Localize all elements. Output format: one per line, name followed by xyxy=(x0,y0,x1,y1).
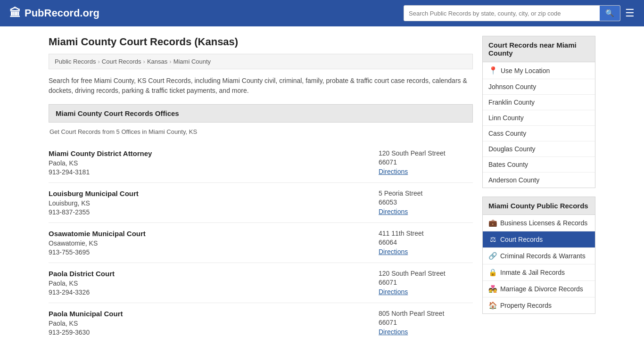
office-phone-3: 913-294-3326 xyxy=(49,288,115,296)
main-container: Miami County Court Records (Kansas) Publ… xyxy=(39,26,605,352)
office-entry: Miami County District Attorney Paola, KS… xyxy=(49,143,473,183)
offices-section-header: Miami County Court Records Offices xyxy=(49,104,473,123)
nearby-county-0[interactable]: Johnson County xyxy=(483,79,595,95)
site-header: 🏛 PubRecord.org 🔍 ☰ xyxy=(0,0,644,26)
office-address-1: 5 Peoria Street xyxy=(379,189,473,197)
pr-label-0: Business Licenses & Records xyxy=(500,219,587,227)
office-phone-4: 913-259-3630 xyxy=(49,329,123,336)
nearby-county-5[interactable]: Bates County xyxy=(483,157,595,173)
header-right: 🔍 ☰ xyxy=(404,5,635,21)
office-left-4: Paola Municipal Court Paola, KS 913-259-… xyxy=(49,310,123,336)
breadcrumb-sep-2: › xyxy=(143,58,145,65)
pr-label-2: Criminal Records & Warrants xyxy=(500,252,586,260)
nearby-county-3[interactable]: Cass County xyxy=(483,126,595,141)
public-records-item-2[interactable]: 🔗 Criminal Records & Warrants xyxy=(483,248,595,264)
directions-link-3[interactable]: Directions xyxy=(379,288,408,296)
location-icon: 📍 xyxy=(488,66,498,75)
office-entry: Osawatomie Municipal Court Osawatomie, K… xyxy=(49,223,473,263)
breadcrumb-sep-3: › xyxy=(169,58,171,65)
nearby-section: 📍 Use My Location Johnson CountyFranklin… xyxy=(482,62,595,188)
office-zip-4: 66071 xyxy=(379,319,473,326)
public-records-item-1[interactable]: ⚖ Court Records xyxy=(483,231,595,248)
public-records-list: 💼 Business Licenses & Records ⚖ Court Re… xyxy=(483,215,595,313)
office-phone-0: 913-294-3181 xyxy=(49,168,152,176)
breadcrumb-kansas[interactable]: Kansas xyxy=(147,58,167,65)
nearby-section-header: Court Records near Miami County xyxy=(482,36,595,62)
nearby-county-6[interactable]: Anderson County xyxy=(483,173,595,188)
directions-link-2[interactable]: Directions xyxy=(379,248,408,255)
breadcrumb-court-records[interactable]: Court Records xyxy=(102,58,141,65)
office-city-1: Louisburg, KS xyxy=(49,199,139,207)
office-left-2: Osawatomie Municipal Court Osawatomie, K… xyxy=(49,230,146,256)
office-right-4: 805 North Pearl Street 66071 Directions xyxy=(379,310,473,336)
public-records-item-5[interactable]: 🏠 Property Records xyxy=(483,297,595,313)
directions-link-4[interactable]: Directions xyxy=(379,328,408,336)
office-city-0: Paola, KS xyxy=(49,159,152,167)
office-city-4: Paola, KS xyxy=(49,320,123,327)
office-address-2: 411 11th Street xyxy=(379,230,473,237)
use-my-location[interactable]: 📍 Use My Location xyxy=(483,62,595,79)
logo-text: PubRecord.org xyxy=(25,7,99,19)
office-phone-1: 913-837-2355 xyxy=(49,208,139,216)
office-entry: Louisburg Municipal Court Louisburg, KS … xyxy=(49,183,473,223)
offices-list: Miami County District Attorney Paola, KS… xyxy=(49,143,473,343)
public-records-section: 💼 Business Licenses & Records ⚖ Court Re… xyxy=(482,215,595,314)
search-input[interactable] xyxy=(404,7,600,20)
office-name-1: Louisburg Municipal Court xyxy=(49,189,139,197)
office-city-2: Osawatomie, KS xyxy=(49,239,146,247)
office-entry: Paola District Court Paola, KS 913-294-3… xyxy=(49,263,473,303)
public-records-item-0[interactable]: 💼 Business Licenses & Records xyxy=(483,215,595,231)
use-location-label: Use My Location xyxy=(501,67,550,74)
search-bar: 🔍 xyxy=(404,5,620,21)
office-zip-2: 66064 xyxy=(379,239,473,246)
nearby-counties-list: Johnson CountyFranklin CountyLinn County… xyxy=(483,79,595,188)
page-description: Search for free Miami County, KS Court R… xyxy=(49,76,473,96)
office-zip-0: 66071 xyxy=(379,158,473,166)
pr-icon-4: 💑 xyxy=(488,285,497,293)
nearby-county-1[interactable]: Franklin County xyxy=(483,95,595,110)
site-logo[interactable]: 🏛 PubRecord.org xyxy=(9,7,99,20)
sidebar: Court Records near Miami County 📍 Use My… xyxy=(482,36,595,343)
nearby-county-2[interactable]: Linn County xyxy=(483,110,595,126)
office-city-3: Paola, KS xyxy=(49,280,115,287)
pr-label-4: Marriage & Divorce Records xyxy=(500,285,583,293)
office-name-0: Miami County District Attorney xyxy=(49,149,152,157)
breadcrumb-sep-1: › xyxy=(98,58,99,65)
pr-label-5: Property Records xyxy=(500,302,552,309)
office-right-0: 120 South Pearl Street 66071 Directions xyxy=(379,149,473,176)
pr-icon-0: 💼 xyxy=(488,219,497,227)
public-records-item-3[interactable]: 🔒 Inmate & Jail Records xyxy=(483,264,595,281)
search-button[interactable]: 🔍 xyxy=(600,6,620,21)
directions-link-0[interactable]: Directions xyxy=(379,168,408,175)
pr-icon-3: 🔒 xyxy=(488,268,497,277)
public-records-item-4[interactable]: 💑 Marriage & Divorce Records xyxy=(483,281,595,297)
pr-icon-1: ⚖ xyxy=(488,235,497,244)
office-name-2: Osawatomie Municipal Court xyxy=(49,230,146,238)
offices-count: Get Court Records from 5 Offices in Miam… xyxy=(49,128,473,135)
office-entry: Paola Municipal Court Paola, KS 913-259-… xyxy=(49,303,473,343)
content-area: Miami County Court Records (Kansas) Publ… xyxy=(49,36,473,343)
hamburger-button[interactable]: ☰ xyxy=(625,7,635,19)
office-right-3: 120 South Pearl Street 66071 Directions xyxy=(379,270,473,296)
office-left-3: Paola District Court Paola, KS 913-294-3… xyxy=(49,270,115,296)
directions-link-1[interactable]: Directions xyxy=(379,208,408,215)
pr-label-3: Inmate & Jail Records xyxy=(500,269,565,276)
office-phone-2: 913-755-3695 xyxy=(49,248,146,256)
office-right-2: 411 11th Street 66064 Directions xyxy=(379,230,473,256)
breadcrumb: Public Records › Court Records › Kansas … xyxy=(49,54,473,69)
page-title: Miami County Court Records (Kansas) xyxy=(49,36,473,48)
office-left-0: Miami County District Attorney Paola, KS… xyxy=(49,149,152,176)
office-left-1: Louisburg Municipal Court Louisburg, KS … xyxy=(49,189,139,216)
nearby-county-4[interactable]: Douglas County xyxy=(483,141,595,157)
office-address-3: 120 South Pearl Street xyxy=(379,270,473,277)
breadcrumb-public-records[interactable]: Public Records xyxy=(55,58,96,65)
office-address-0: 120 South Pearl Street xyxy=(379,149,473,157)
office-name-4: Paola Municipal Court xyxy=(49,310,123,318)
office-name-3: Paola District Court xyxy=(49,270,115,278)
office-zip-3: 66071 xyxy=(379,279,473,286)
pr-icon-5: 🏠 xyxy=(488,301,497,310)
office-zip-1: 66053 xyxy=(379,198,473,206)
logo-icon: 🏛 xyxy=(9,7,21,20)
breadcrumb-miami-county[interactable]: Miami County xyxy=(173,58,211,65)
office-address-4: 805 North Pearl Street xyxy=(379,310,473,317)
